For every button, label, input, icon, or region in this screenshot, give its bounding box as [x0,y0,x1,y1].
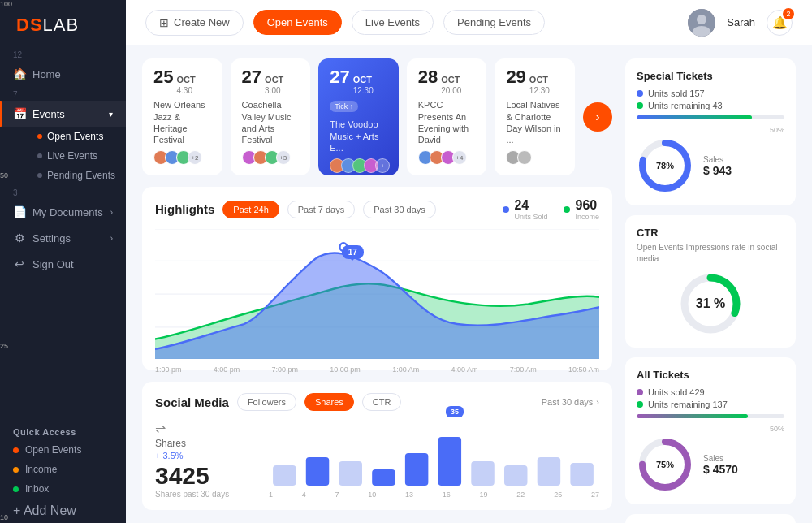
sidebar-item-events[interactable]: 📅 Events ▾ [0,101,126,127]
quick-item-inbox[interactable]: Inbox [0,479,126,499]
pending-events-label: Pending Events [47,170,115,181]
avatar [688,9,715,37]
social-btn-shares[interactable]: Shares [304,393,354,411]
special-donut-row: 78% Sales $ 943 [637,137,784,194]
chart-x-labels: 1:00 pm 4:00 pm 7:00 pm 10:00 pm 1:00 Am… [155,365,599,374]
quick-label-income: Income [25,464,57,475]
special-tickets-title: Special Tickets [637,70,784,82]
chart-tooltip: 17 [342,245,364,259]
highlights-header: Highlights Past 24h Past 7 days Past 30 … [155,198,599,221]
special-dot-sold [637,90,643,97]
social-btn-ctr[interactable]: CTR [362,393,402,411]
social-title: Social Media [155,395,229,409]
content-area: 25 OCT 4:30 New Orleans Jazz & Heritage … [126,45,812,523]
x-label-7: 7:00 Am [510,365,537,374]
sidebar-item-label-signout: Sign Out [32,258,74,270]
highlights-btn-24h[interactable]: Past 24h [222,201,279,218]
social-btn-followers[interactable]: Followers [237,393,296,411]
sidebar-item-settings[interactable]: ⚙ Settings › [0,225,126,251]
logo-ds: DS [16,15,43,35]
event-avatars-4: +4 [418,150,476,165]
pending-events-button[interactable]: Pending Events [443,10,545,35]
all-stat-remaining: Units remaining 137 [637,400,784,409]
all-donut-val: 75% [656,460,674,469]
x-label-4: 10:00 pm [330,365,361,374]
open-events-button[interactable]: Open Events [253,10,342,35]
x-label-1: 1:00 pm [155,365,182,374]
event-title-3: The Voodoo Music + Arts E... [330,119,387,153]
event-month-2: OCT [265,74,283,85]
special-donut-wrap: 78% [637,137,693,194]
events-row: 25 OCT 4:30 New Orleans Jazz & Heritage … [142,58,612,175]
event-card-5[interactable]: 29 OCT 12:30 Local Natives & Charlotte D… [495,58,575,175]
live-events-label: Live Events [47,150,97,162]
bar-chart-svg [269,421,599,486]
shares-delta: + 3.5% [155,451,253,460]
bar-label-13: 13 [405,491,413,499]
event-day-1: 25 [153,68,173,86]
quick-item-open-events[interactable]: Open Events [0,440,126,460]
bar-chart-area: 35 [269,421,599,499]
all-dot-remaining [637,401,643,408]
highlights-btn-7days[interactable]: Past 7 days [287,201,355,218]
live-events-button[interactable]: Live Events [352,10,434,35]
sidebar-item-sign-out[interactable]: ↩ Sign Out [0,251,126,277]
event-time-4: 20:00 [441,85,461,96]
all-progress-fill [637,414,748,418]
past-label-text: Past 30 days [542,397,594,407]
stat-income: 960 Income [564,198,599,221]
notification-button[interactable]: 🔔 2 [767,10,793,36]
quick-dot-open [13,447,19,453]
x-label-5: 1:00 Am [392,365,419,374]
sidebar-sub-live-events[interactable]: Live Events [31,146,126,166]
avatar-5-2 [517,150,532,165]
sidebar-nav: 12 🏠 Home 7 📅 Events ▾ Open Events Live … [0,47,126,419]
avatar-more: +2 [188,150,202,165]
events-icon: 📅 [13,107,26,120]
documents-icon: 📄 [13,205,26,218]
sidebar-sub-pending-events[interactable]: Pending Events [31,166,126,185]
avatar-4-more: +4 [452,150,467,165]
highlights-title: Highlights [155,202,214,216]
shares-sub: Shares past 30 days [155,490,253,499]
highlights-card: Highlights Past 24h Past 7 days Past 30 … [142,187,612,370]
special-dot-remaining [637,102,643,109]
content-left: 25 OCT 4:30 New Orleans Jazz & Heritage … [142,58,612,510]
event-month-4: OCT [441,74,461,85]
logo: DSLAB [0,0,126,47]
event-card-2[interactable]: 27 OCT 3:00 Coachella Valley Music and A… [231,58,311,175]
sidebar-item-home[interactable]: 🏠 Home [0,61,126,87]
avatar-3-more: + [375,158,390,173]
add-new-button[interactable]: + Add New [0,499,126,523]
highlights-stats: 24 Units Sold 960 Income [503,198,599,221]
event-month-5: OCT [529,74,550,85]
event-card-4[interactable]: 28 OCT 20:00 KPCC Presents An Evening wi… [407,58,487,175]
create-new-button[interactable]: ⊞ Create New [145,10,244,36]
stat-label-income: Income [575,213,599,221]
bar-label-10: 10 [368,491,376,499]
event-card-3[interactable]: 27 OCT 12:30 Tick ↑ The Voodoo Music + A… [318,58,399,175]
ctr-special-unit: % [710,296,726,310]
live-events-dot [37,153,42,158]
x-label-3: 7:00 pm [272,365,299,374]
sidebar-sub-open-events[interactable]: Open Events [31,127,126,146]
quick-item-income[interactable]: Income [0,460,126,479]
highlights-btn-30days[interactable]: Past 30 days [363,201,436,218]
sidebar-item-label-docs: My Documents [32,206,103,218]
event-card-1[interactable]: 25 OCT 4:30 New Orleans Jazz & Heritage … [142,58,222,175]
ctr-special-title: CTR [637,227,784,239]
sidebar: DSLAB 12 🏠 Home 7 📅 Events ▾ Open Events [0,0,126,523]
bar-label-25: 25 [554,491,562,499]
header-right: Sarah 🔔 2 [688,9,793,37]
bar-label-4: 4 [302,491,306,499]
stat-dot-income [564,206,570,213]
sidebar-item-my-documents[interactable]: 📄 My Documents › [0,199,126,225]
ctr-special-num: 31 [696,296,710,310]
all-label-sold: Units sold 429 [648,387,705,397]
bar-label-1: 1 [269,491,273,499]
special-progress-fill [637,115,752,119]
events-chevron-icon: ▾ [109,110,113,119]
bar-chart-labels: 1 4 7 10 13 16 19 22 25 27 [269,491,599,499]
events-next-button[interactable]: › [583,102,612,132]
sidebar-item-label-home: Home [32,68,61,80]
